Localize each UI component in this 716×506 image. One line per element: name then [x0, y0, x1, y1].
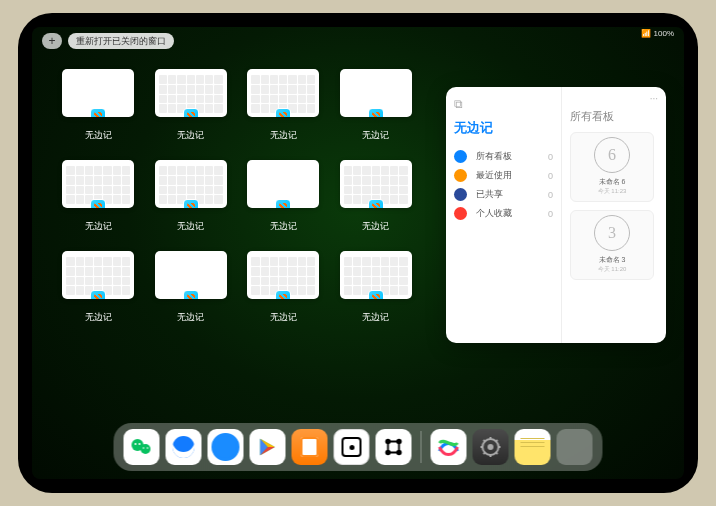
more-icon[interactable]: ··· — [650, 93, 658, 104]
screen: 📶 100% + 重新打开已关闭的窗口 无边记无边记无边记无边记无边记无边记无边… — [32, 27, 684, 479]
sidebar-item-label: 个人收藏 — [476, 207, 543, 220]
svg-point-2 — [135, 443, 137, 445]
dock-browser-icon[interactable] — [208, 429, 244, 465]
dock-play-icon[interactable] — [250, 429, 286, 465]
sidebar-item-count: 0 — [548, 171, 553, 181]
svg-point-1 — [141, 444, 151, 454]
window-thumbnail[interactable]: 无边记 — [155, 69, 228, 142]
board-sketch: 6 — [594, 137, 630, 173]
category-icon — [454, 207, 467, 220]
freeform-app-icon — [275, 108, 291, 117]
category-icon — [454, 169, 467, 182]
reopen-closed-window-button[interactable]: 重新打开已关闭的窗口 — [68, 33, 174, 49]
thumbnail-label: 无边记 — [85, 220, 112, 233]
svg-point-5 — [147, 447, 149, 449]
svg-point-3 — [139, 443, 141, 445]
board-time: 今天 11:23 — [598, 187, 627, 196]
freeform-app-icon — [183, 199, 199, 208]
freeform-app-icon — [90, 108, 106, 117]
thumbnail-label: 无边记 — [85, 129, 112, 142]
panel-right-title: 所有看板 — [570, 109, 658, 124]
dock-connect-icon[interactable] — [376, 429, 412, 465]
thumbnail-label: 无边记 — [362, 220, 389, 233]
dock-folder-icon[interactable] — [557, 429, 593, 465]
window-thumbnail[interactable]: 无边记 — [340, 69, 413, 142]
ipad-frame: 📶 100% + 重新打开已关闭的窗口 无边记无边记无边记无边记无边记无边记无边… — [18, 13, 698, 493]
sidebar-item-count: 0 — [548, 152, 553, 162]
window-thumbnail[interactable]: 无边记 — [62, 251, 135, 324]
dock — [114, 423, 603, 471]
sidebar-item[interactable]: 个人收藏0 — [454, 204, 553, 223]
wifi-icon: 📶 — [641, 29, 651, 38]
freeform-app-icon — [183, 108, 199, 117]
thumbnail-label: 无边记 — [362, 311, 389, 324]
freeform-app-icon — [90, 290, 106, 299]
sidebar-item[interactable]: 所有看板0 — [454, 147, 553, 166]
freeform-app-icon — [90, 199, 106, 208]
thumbnail-label: 无边记 — [177, 129, 204, 142]
sidebar-item-count: 0 — [548, 209, 553, 219]
dock-books-icon[interactable] — [292, 429, 328, 465]
thumbnail-label: 无边记 — [270, 129, 297, 142]
thumbnail-label: 无边记 — [177, 220, 204, 233]
window-thumbnail[interactable]: 无边记 — [62, 69, 135, 142]
window-thumbnail[interactable]: 无边记 — [155, 251, 228, 324]
freeform-app-icon — [183, 290, 199, 299]
window-thumbnail[interactable]: 无边记 — [247, 69, 320, 142]
window-thumbnail[interactable]: 无边记 — [340, 160, 413, 233]
window-thumbnail[interactable]: 无边记 — [340, 251, 413, 324]
category-icon — [454, 150, 467, 163]
panel-sidebar: ⧉ 无边记 所有看板0最近使用0已共享0个人收藏0 — [446, 87, 562, 343]
board-card[interactable]: 3未命名 3今天 11:20 — [570, 210, 654, 280]
thumbnail-label: 无边记 — [362, 129, 389, 142]
thumbnail-label: 无边记 — [85, 311, 112, 324]
sidebar-item-label: 所有看板 — [476, 150, 543, 163]
board-card[interactable]: 6未命名 6今天 11:23 — [570, 132, 654, 202]
freeform-panel[interactable]: ⧉ 无边记 所有看板0最近使用0已共享0个人收藏0 ··· 所有看板 6未命名 … — [446, 87, 666, 343]
status-bar: 📶 100% — [641, 29, 674, 38]
panel-title: 无边记 — [454, 119, 553, 137]
sidebar-item-count: 0 — [548, 190, 553, 200]
board-name: 未命名 6 — [599, 177, 626, 187]
category-icon — [454, 188, 467, 201]
sidebar-item-label: 最近使用 — [476, 169, 543, 182]
svg-point-11 — [488, 444, 494, 450]
new-window-button[interactable]: + — [42, 33, 62, 49]
freeform-app-icon — [368, 199, 384, 208]
dock-separator — [421, 431, 422, 463]
window-thumbnail[interactable]: 无边记 — [62, 160, 135, 233]
thumbnail-label: 无边记 — [177, 311, 204, 324]
thumbnail-label: 无边记 — [270, 311, 297, 324]
dock-dice-icon[interactable] — [334, 429, 370, 465]
sidebar-item[interactable]: 最近使用0 — [454, 166, 553, 185]
window-grid: 无边记无边记无边记无边记无边记无边记无边记无边记无边记无边记无边记无边记 — [62, 69, 412, 324]
thumbnail-label: 无边记 — [270, 220, 297, 233]
freeform-app-icon — [368, 290, 384, 299]
dock-settings-icon[interactable] — [473, 429, 509, 465]
sidebar-toggle-icon[interactable]: ⧉ — [454, 97, 553, 111]
board-time: 今天 11:20 — [598, 265, 627, 274]
sidebar-item[interactable]: 已共享0 — [454, 185, 553, 204]
battery-text: 100% — [654, 29, 674, 38]
freeform-app-icon — [275, 199, 291, 208]
dock-freeform-icon[interactable] — [431, 429, 467, 465]
sidebar-item-label: 已共享 — [476, 188, 543, 201]
window-thumbnail[interactable]: 无边记 — [247, 160, 320, 233]
window-thumbnail[interactable]: 无边记 — [155, 160, 228, 233]
svg-point-4 — [143, 447, 145, 449]
dock-notes-icon[interactable] — [515, 429, 551, 465]
panel-content: ··· 所有看板 6未命名 6今天 11:233未命名 3今天 11:20 — [562, 87, 666, 343]
window-thumbnail[interactable]: 无边记 — [247, 251, 320, 324]
freeform-app-icon — [275, 290, 291, 299]
board-name: 未命名 3 — [599, 255, 626, 265]
dock-wechat-icon[interactable] — [124, 429, 160, 465]
dock-qq-icon[interactable] — [166, 429, 202, 465]
board-sketch: 3 — [594, 215, 630, 251]
freeform-app-icon — [368, 108, 384, 117]
